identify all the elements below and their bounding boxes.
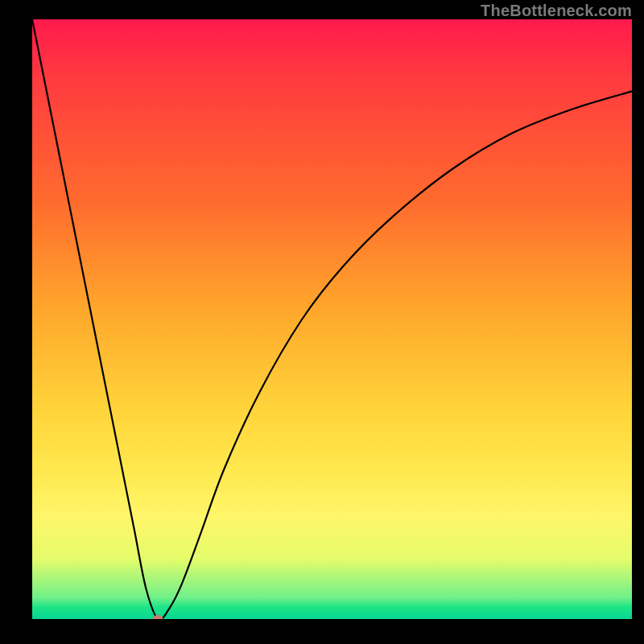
attribution-text: TheBottleneck.com [481,2,632,20]
plot-area [32,19,632,619]
curve-path [32,19,632,619]
bottleneck-curve [32,19,632,619]
chart-frame: TheBottleneck.com [0,0,644,644]
optimal-point-marker [153,615,163,619]
